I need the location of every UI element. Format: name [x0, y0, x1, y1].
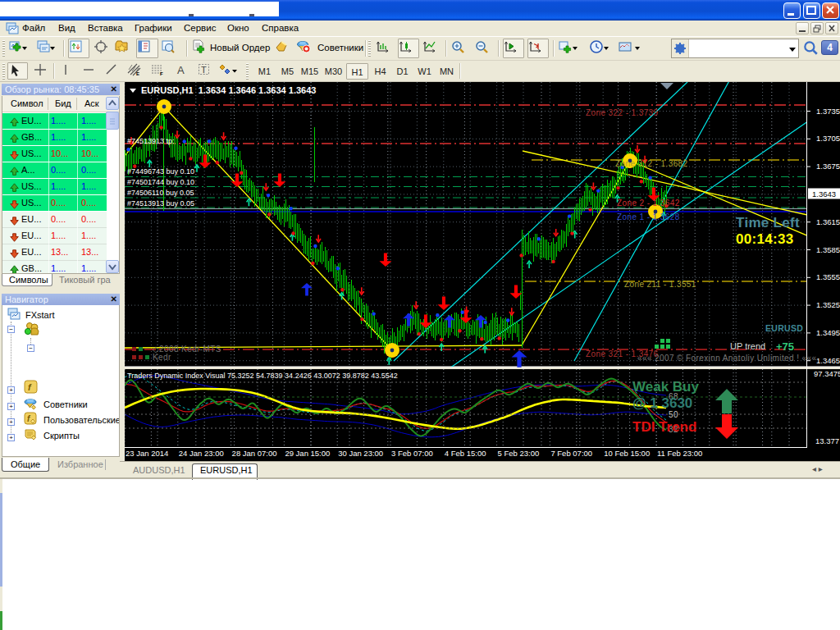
svg-text:#74513913 tp:: #74513913 tp:	[127, 137, 175, 145]
svg-text:Traders Dynamic Index Visual 7: Traders Dynamic Index Visual 75.3252 54.…	[127, 372, 398, 380]
svg-text:50: 50	[669, 410, 678, 419]
svg-text:F: F	[160, 71, 163, 76]
svg-text:7 Feb 07:00: 7 Feb 07:00	[550, 449, 592, 458]
svg-text:Kedr: Kedr	[153, 353, 171, 362]
svg-text:13.377: 13.377	[815, 436, 839, 445]
svg-text:««« 2007 © Forexinn Anatoliy U: ««« 2007 © Forexinn Anatoliy Unlimited !…	[637, 354, 816, 363]
svg-text:97.3475: 97.3475	[814, 369, 840, 378]
svg-text:Zone 1 - 1.3628: Zone 1 - 1.3628	[617, 212, 680, 221]
svg-text:4 Feb 15:00: 4 Feb 15:00	[445, 449, 486, 458]
svg-text:#74506110 buy 0.05: #74506110 buy 0.05	[127, 189, 194, 197]
svg-text:@ 1 3630: @ 1 3630	[632, 395, 692, 411]
svg-text:Zone 2 - 1.3642: Zone 2 - 1.3642	[617, 199, 680, 208]
svg-text:1.3525: 1.3525	[816, 300, 840, 309]
svg-text:T: T	[201, 65, 207, 75]
svg-text:E: E	[136, 71, 139, 76]
svg-text:#74496743 buy 0.10: #74496743 buy 0.10	[127, 167, 194, 176]
svg-text:Time Left: Time Left	[736, 215, 800, 231]
svg-text:EURUSD,H1 1.3634 1.3646 1.363: EURUSD,H1 1.3634 1.3646 1.3634 1.3643	[141, 85, 316, 95]
svg-text:23 Jan 2014: 23 Jan 2014	[126, 449, 168, 458]
svg-text:28 Jan 07:00: 28 Jan 07:00	[232, 449, 277, 458]
svg-text:1.3555: 1.3555	[816, 272, 840, 281]
svg-text:00:14:33: 00:14:33	[736, 231, 793, 247]
svg-text:#74513913 buy 0.05: #74513913 buy 0.05	[127, 199, 194, 208]
svg-text:TDI Trend: TDI Trend	[632, 419, 696, 435]
svg-text:Zone 211 - 1.3551: Zone 211 - 1.3551	[624, 280, 696, 289]
svg-text:11 Feb 23:00: 11 Feb 23:00	[657, 449, 702, 458]
svg-text:A: A	[177, 64, 185, 76]
svg-text:1.3705: 1.3705	[816, 134, 840, 143]
svg-text:#74501744 buy 0.10: #74501744 buy 0.10	[127, 178, 194, 186]
svg-text:UP trend: UP trend	[730, 341, 765, 351]
svg-text:1.3465: 1.3465	[816, 356, 840, 365]
svg-text:24 Jan 23:00: 24 Jan 23:00	[179, 449, 224, 458]
svg-text:1.3615: 1.3615	[816, 217, 840, 226]
svg-text:Zone 312 - 1.3682: Zone 312 - 1.3682	[615, 159, 688, 168]
svg-text:10 Feb 15:00: 10 Feb 15:00	[604, 449, 650, 458]
svg-text:Weak Buy: Weak Buy	[632, 379, 699, 395]
svg-text:EURUSD: EURUSD	[765, 323, 803, 333]
svg-text:+75: +75	[776, 340, 794, 353]
svg-text:3 Feb 07:00: 3 Feb 07:00	[391, 449, 433, 458]
svg-text:5 Feb 23:00: 5 Feb 23:00	[498, 449, 540, 458]
svg-text:Zone 322 - 1.3739: Zone 322 - 1.3739	[586, 108, 659, 117]
svg-text:1.3675: 1.3675	[816, 162, 840, 171]
svg-text:1.3643: 1.3643	[812, 189, 836, 199]
svg-text:1.3495: 1.3495	[816, 328, 840, 337]
svg-text:30 Jan 23:00: 30 Jan 23:00	[338, 449, 383, 458]
svg-text:1.3735: 1.3735	[816, 107, 840, 116]
svg-text:29 Jan 15:00: 29 Jan 15:00	[285, 449, 330, 458]
svg-text:1.3585: 1.3585	[816, 245, 840, 254]
